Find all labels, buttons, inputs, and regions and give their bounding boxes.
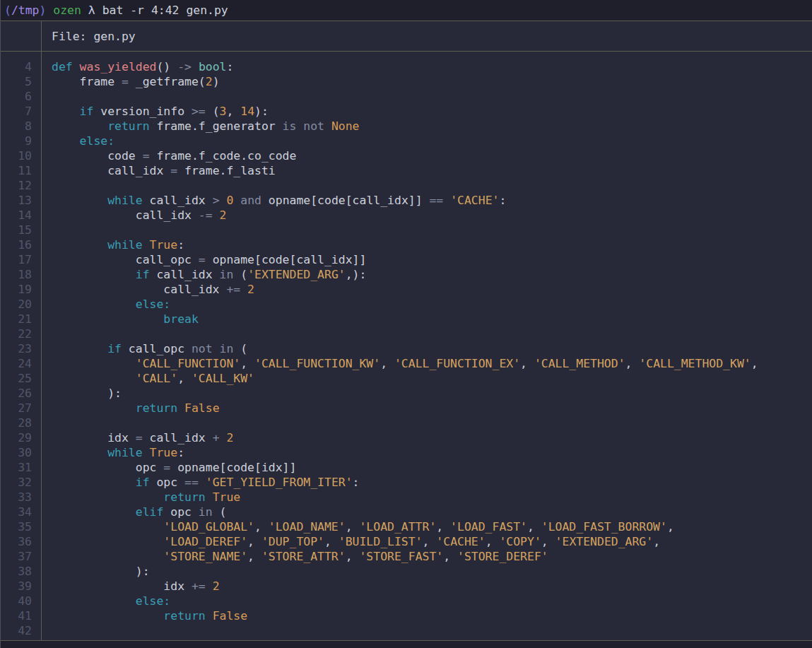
line-number: 11 [1,163,41,178]
code-line: 'LOAD_DEREF', 'DUP_TOP', 'BUILD_LIST', '… [52,534,812,549]
code-token [52,194,107,207]
code-token: while [107,446,142,459]
code-token: ) [213,75,220,88]
line-number: 35 [1,519,41,534]
code-token: 'LOAD_ATTR' [359,520,436,534]
code-token: = [170,164,177,177]
code-token: ( [233,342,247,355]
code-token: True [150,446,178,459]
line-number: 38 [1,564,41,579]
code-token: , [436,520,450,534]
code-token: False [184,401,219,415]
code-view: 4567891011121314151617181920212223242526… [1,52,812,640]
code-token: 'LOAD_FAST_BORROW' [541,520,667,534]
line-number-gutter: 4567891011121314151617181920212223242526… [1,52,42,640]
code-line [52,223,812,237]
line-number: 31 [1,460,41,475]
code-token: 2 [206,75,213,88]
code-token: = [122,75,129,88]
code-token: call_idx [52,164,170,177]
line-number: 41 [1,608,41,623]
code-token: ( [206,105,220,118]
code-token: 'CALL' [136,372,177,385]
code-line: call_idx -= 2 [52,208,812,223]
code-token: 'CACHE' [450,194,499,207]
line-number: 26 [1,386,41,401]
code-token: call_idx [143,431,213,444]
line-number: 32 [1,475,41,490]
prompt-segment-sp [95,4,102,17]
code-token: opc [163,505,198,519]
code-token: call_idx [143,194,213,207]
line-number: 39 [1,579,41,594]
code-line [52,416,812,430]
code-line: if call_opc not in ( [52,341,812,356]
code-token: while [107,194,142,207]
code-token: , [423,535,437,548]
code-token: , [247,535,261,548]
code-token [52,446,107,459]
code-token [220,431,227,444]
code-line: return True [52,490,812,505]
code-token: -= [199,208,213,222]
code-token: and [240,194,261,207]
code-token: call_opc [52,253,199,266]
code-token: 'STORE_NAME' [163,550,247,563]
code-line: ): [52,564,812,579]
code-token: , [443,550,457,563]
code-token: , [324,535,339,548]
code-token: 'STORE_ATTR' [261,550,346,563]
code-line: else: [52,297,812,312]
code-token: 2 [220,208,227,222]
code-token: else: [136,298,170,311]
code-token: return [107,119,149,133]
line-number: 28 [1,416,41,430]
line-number: 15 [1,223,41,237]
code-token: , [346,520,360,534]
line-number: 24 [1,356,41,371]
code-token: 0 [226,194,233,207]
file-header: File: gen.py [42,21,136,51]
code-token: 'STORE_DEREF' [457,550,548,563]
code-token: : [177,446,184,459]
code-token: >= [192,105,206,118]
line-number: 18 [1,267,41,282]
code-token [52,238,107,252]
code-line: return frame.f_generator is not None [52,119,812,134]
line-number: 10 [1,148,41,163]
code-token: return [163,490,205,504]
code-token: ): [254,105,269,118]
code-token: bool [199,60,227,73]
code-token: 14 [240,105,254,118]
line-number: 33 [1,490,41,505]
code-token: , [247,550,261,563]
code-token: 'CALL_KW' [192,372,254,385]
code-token [143,446,150,459]
code-token: = [136,431,143,444]
code-line: return False [52,608,812,623]
code-line [52,178,812,193]
file-header-row: File: gen.py [1,21,812,51]
code-token: : [226,60,233,73]
code-token: False [213,609,247,623]
code-token: , [541,535,555,548]
code-token [206,609,213,623]
code-line [52,89,812,104]
code-line: 'CALL', 'CALL_KW' [52,371,812,386]
code-token [52,550,163,563]
line-number: 20 [1,297,41,312]
code-token: 'GET_YIELD_FROM_ITER' [206,476,353,489]
line-number: 14 [1,208,41,223]
line-number: 36 [1,534,41,549]
code-token: not in [192,342,233,355]
code-token: () [156,60,177,73]
code-token: : [499,194,506,207]
code-token: ,): [346,268,367,281]
code-line: 'STORE_NAME', 'STORE_ATTR', 'STORE_FAST'… [52,549,812,564]
code-line: while call_idx > 0 and opname[code[call_… [52,193,812,208]
code-token [52,476,136,489]
code-token: return [136,401,177,415]
code-token: version_info [93,105,192,118]
code-token [177,401,184,415]
code-token [52,505,136,519]
